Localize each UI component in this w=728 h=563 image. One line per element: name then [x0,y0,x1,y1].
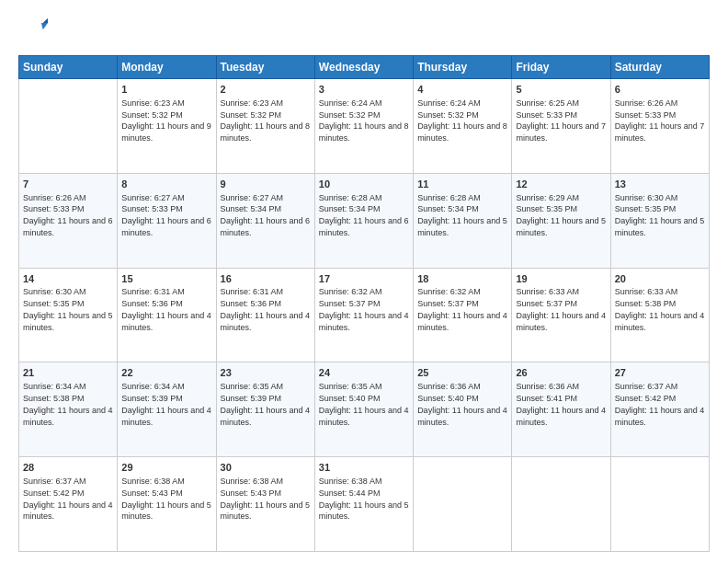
day-number: 3 [319,83,409,97]
calendar-cell: 9Sunrise: 6:27 AMSunset: 5:34 PMDaylight… [216,173,314,268]
sunrise-text: Sunrise: 6:27 AM [221,193,284,202]
sunrise-text: Sunrise: 6:34 AM [121,382,185,391]
daylight-text: Daylight: 11 hours and 5 minutes. [23,311,113,332]
calendar-cell: 14Sunrise: 6:30 AMSunset: 5:35 PMDayligh… [19,268,118,362]
day-number: 31 [319,461,409,475]
sunrise-text: Sunrise: 6:30 AM [23,287,86,296]
day-number: 2 [221,83,311,97]
daylight-text: Daylight: 11 hours and 4 minutes. [615,311,705,332]
calendar-page: SundayMondayTuesdayWednesdayThursdayFrid… [0,0,728,563]
day-number: 19 [516,272,606,286]
calendar-cell: 8Sunrise: 6:27 AMSunset: 5:33 PMDaylight… [118,173,216,268]
calendar-cell: 26Sunrise: 6:36 AMSunset: 5:41 PMDayligh… [512,362,610,457]
sunrise-text: Sunrise: 6:25 AM [516,98,579,108]
sunset-text: Sunset: 5:33 PM [615,110,677,120]
sunrise-text: Sunrise: 6:32 AM [417,287,481,296]
day-number: 8 [121,178,211,191]
sunset-text: Sunset: 5:43 PM [121,488,183,498]
day-number: 7 [23,178,113,191]
sunrise-text: Sunrise: 6:37 AM [23,477,86,486]
sunset-text: Sunset: 5:39 PM [121,394,183,403]
calendar-cell: 16Sunrise: 6:31 AMSunset: 5:36 PMDayligh… [216,268,314,362]
day-number: 23 [221,366,311,380]
sunrise-text: Sunrise: 6:26 AM [615,98,678,108]
calendar-cell: 13Sunrise: 6:30 AMSunset: 5:35 PMDayligh… [610,173,709,268]
sunrise-text: Sunrise: 6:33 AM [516,287,579,296]
sunrise-text: Sunrise: 6:34 AM [23,382,86,391]
day-number: 21 [23,366,113,380]
daylight-text: Daylight: 11 hours and 4 minutes. [23,406,113,427]
col-header-wednesday: Wednesday [314,56,413,79]
day-number: 26 [516,366,606,380]
col-header-thursday: Thursday [414,56,512,79]
sunset-text: Sunset: 5:43 PM [221,488,282,498]
week-row-3: 14Sunrise: 6:30 AMSunset: 5:35 PMDayligh… [19,268,710,362]
daylight-text: Daylight: 11 hours and 4 minutes. [516,311,606,332]
sunset-text: Sunset: 5:39 PM [221,394,282,403]
calendar-cell: 15Sunrise: 6:31 AMSunset: 5:36 PMDayligh… [118,268,216,362]
week-row-1: 1Sunrise: 6:23 AMSunset: 5:32 PMDaylight… [19,79,710,174]
week-row-2: 7Sunrise: 6:26 AMSunset: 5:33 PMDaylight… [19,173,710,268]
day-number: 18 [417,272,507,286]
sunset-text: Sunset: 5:44 PM [319,488,381,498]
sunset-text: Sunset: 5:32 PM [121,110,183,120]
daylight-text: Daylight: 11 hours and 6 minutes. [121,216,211,237]
calendar-cell: 12Sunrise: 6:29 AMSunset: 5:35 PMDayligh… [512,173,610,268]
sunrise-text: Sunrise: 6:24 AM [319,98,382,108]
sunrise-text: Sunrise: 6:35 AM [319,382,382,391]
logo [18,17,53,46]
daylight-text: Daylight: 11 hours and 6 minutes. [221,216,311,237]
daylight-text: Daylight: 11 hours and 4 minutes. [23,500,113,522]
sunset-text: Sunset: 5:34 PM [221,204,282,213]
sunrise-text: Sunrise: 6:35 AM [221,382,284,391]
calendar-cell: 19Sunrise: 6:33 AMSunset: 5:37 PMDayligh… [512,268,610,362]
sunrise-text: Sunrise: 6:32 AM [319,287,382,296]
daylight-text: Daylight: 11 hours and 5 minutes. [121,500,211,522]
calendar-cell [414,457,512,552]
day-number: 13 [615,178,705,191]
svg-marker-1 [43,18,48,23]
sunset-text: Sunset: 5:35 PM [615,204,677,213]
daylight-text: Daylight: 11 hours and 8 minutes. [221,121,311,143]
daylight-text: Daylight: 11 hours and 4 minutes. [121,311,211,332]
col-header-sunday: Sunday [19,56,118,79]
sunset-text: Sunset: 5:33 PM [23,204,85,213]
daylight-text: Daylight: 11 hours and 5 minutes. [221,500,311,522]
logo-icon [18,17,48,46]
sunrise-text: Sunrise: 6:31 AM [221,287,284,296]
sunrise-text: Sunrise: 6:37 AM [615,382,678,391]
sunset-text: Sunset: 5:37 PM [417,299,479,308]
sunset-text: Sunset: 5:37 PM [319,299,381,308]
col-header-friday: Friday [512,56,610,79]
day-number: 12 [516,178,606,191]
calendar-cell: 21Sunrise: 6:34 AMSunset: 5:38 PMDayligh… [19,362,118,457]
sunrise-text: Sunrise: 6:38 AM [319,477,382,486]
calendar-cell: 29Sunrise: 6:38 AMSunset: 5:43 PMDayligh… [118,457,216,552]
calendar-cell: 6Sunrise: 6:26 AMSunset: 5:33 PMDaylight… [610,79,709,174]
sunrise-text: Sunrise: 6:38 AM [121,477,185,486]
calendar-cell: 3Sunrise: 6:24 AMSunset: 5:32 PMDaylight… [314,79,413,174]
day-number: 14 [23,272,113,286]
day-number: 11 [417,178,507,191]
calendar-cell: 30Sunrise: 6:38 AMSunset: 5:43 PMDayligh… [216,457,314,552]
daylight-text: Daylight: 11 hours and 8 minutes. [417,121,507,143]
sunset-text: Sunset: 5:36 PM [221,299,282,308]
daylight-text: Daylight: 11 hours and 5 minutes. [615,216,705,237]
calendar-header-row: SundayMondayTuesdayWednesdayThursdayFrid… [19,56,710,79]
calendar-cell: 28Sunrise: 6:37 AMSunset: 5:42 PMDayligh… [19,457,118,552]
daylight-text: Daylight: 11 hours and 4 minutes. [417,406,507,427]
sunrise-text: Sunrise: 6:33 AM [615,287,678,296]
daylight-text: Daylight: 11 hours and 4 minutes. [319,406,409,427]
calendar-cell: 24Sunrise: 6:35 AMSunset: 5:40 PMDayligh… [314,362,413,457]
day-number: 5 [516,83,606,97]
day-number: 20 [615,272,705,286]
calendar-cell: 11Sunrise: 6:28 AMSunset: 5:34 PMDayligh… [414,173,512,268]
daylight-text: Daylight: 11 hours and 4 minutes. [516,406,606,427]
calendar-cell: 31Sunrise: 6:38 AMSunset: 5:44 PMDayligh… [314,457,413,552]
day-number: 30 [221,461,311,475]
day-number: 17 [319,272,409,286]
daylight-text: Daylight: 11 hours and 4 minutes. [417,311,507,332]
day-number: 4 [417,83,507,97]
sunset-text: Sunset: 5:37 PM [516,299,577,308]
sunset-text: Sunset: 5:38 PM [615,299,677,308]
